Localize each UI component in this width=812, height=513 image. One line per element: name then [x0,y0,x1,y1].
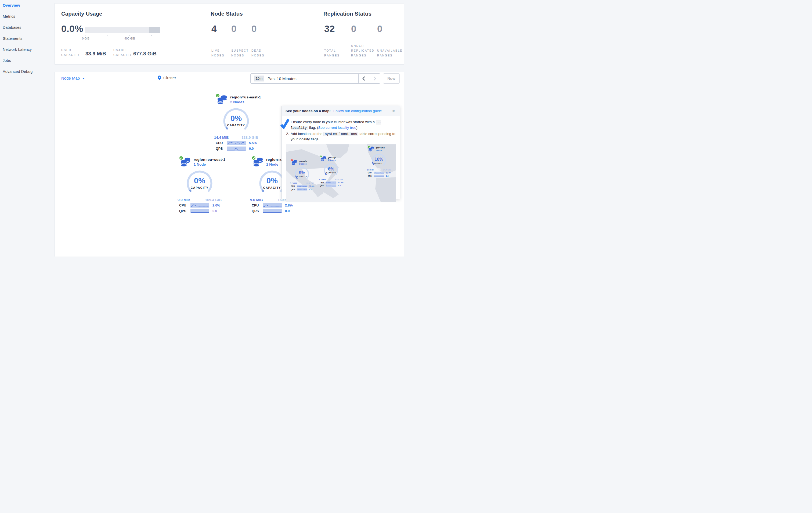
node-count-link[interactable]: 1 Node [194,162,225,166]
gauge-percent: 10% [371,157,386,162]
sidebar-item-jobs[interactable]: Jobs [0,55,54,66]
node-map-setup-popup: See your nodes on a map! Follow our conf… [282,106,400,199]
unavailable-count: 0 [377,23,382,34]
used-capacity-label: USEDCAPACITY [61,48,80,57]
node-total-capacity: 35.1 GiB [306,182,314,184]
cluster-summary-card: Capacity Usage 0.0% 0 GiB 400 GiB USEDCA… [55,3,404,64]
cpu-value: 5.5% [249,141,257,145]
sidebar-item-network-latency[interactable]: Network Latency [0,44,54,55]
capacity-gauge: 0% CAPACITY [185,169,213,197]
now-button[interactable]: Now [383,73,400,84]
live-nodes-count: 4 [211,23,217,34]
cpu-sparkline [297,185,308,187]
node-group-us-east-1[interactable]: region=us-east-1 2 Nodes 0% CAPACITY 14.… [212,95,260,151]
under-replicated-count: 0 [351,23,356,34]
capacity-usage-title: Capacity Usage [61,10,102,17]
node-count-label: 1 Node [376,149,385,151]
database-icon [253,158,263,167]
node-region-label: region=eu-west-1 [194,158,225,162]
capacity-gauge: 10% CAPACITY [371,153,386,168]
node-count-link[interactable]: 2 Nodes [230,100,261,104]
node-healthy-icon [215,93,220,98]
gauge-capacity-label: CAPACITY [294,176,310,178]
view-selector-dropdown[interactable]: Node Map [61,76,85,80]
prev-time-window-button[interactable] [358,74,369,83]
capacity-tick-400: 400 GiB [124,37,135,40]
replication-status-title: Replication Status [323,10,372,17]
next-time-window-button[interactable] [369,74,380,83]
cpu-value: 11.0% [309,185,314,187]
gauge-percent: 9% [294,170,310,175]
qps-value: 4.7 [309,188,312,190]
unavailable-label: UNAVAILABLERANGES [377,48,402,58]
toolbar-divider [245,72,245,85]
dead-nodes-label: DEADNODES [252,48,264,58]
qps-label: QPS [252,209,261,213]
close-icon[interactable]: ✕ [391,108,396,114]
system-locations-code: system.locations [323,132,358,136]
chevron-left-icon [362,76,365,81]
cpu-label: CPU [216,141,225,145]
qps-label: QPS [320,184,325,187]
setup-step-2: 2. Add locations to the system.locations… [286,131,396,142]
sidebar-item-databases[interactable]: Databases [0,22,54,33]
caret-down-icon [82,78,85,79]
node-region-label: geo=nyc [328,156,336,158]
cpu-label: CPU [291,185,296,187]
qps-sparkline [227,146,246,151]
cpu-sparkline [374,171,384,174]
cpu-value: 12.3% [386,172,391,174]
node-map-canvas: region=us-east-1 2 Nodes 0% CAPACITY 14.… [55,85,404,256]
under-replicated-label: UNDER-REPLICATEDRANGES [351,43,374,58]
gauge-capacity-label: CAPACITY [371,162,386,164]
qps-label: QPS [179,209,188,213]
node-used-capacity: 9.6 MiB [250,198,263,202]
node-count-label: 2 Nodes [328,159,336,161]
node-status-title: Node Status [211,10,243,17]
qps-value: 0.0 [386,175,389,177]
capacity-bar-reserved-segment [149,27,160,33]
locality-tree-link[interactable]: See current locality tree [318,126,356,130]
qps-sparkline [374,175,384,177]
sidebar-item-statements[interactable]: Statements [0,33,54,44]
qps-value: 0.0 [249,147,254,151]
node-total-capacity: 65.7 GiB [335,178,343,181]
sidebar-item-overview[interactable]: Overview [0,0,54,11]
sidebar-item-metrics[interactable]: Metrics [0,11,54,22]
time-range-value: Past 10 Minutes [267,76,358,81]
capacity-gauge: 6% CAPACITY [323,163,339,178]
time-window-nav [358,73,380,84]
map-pin-icon [158,76,161,80]
gauge-percent: 0% [185,177,213,185]
node-used-capacity: 3.2 GiB [290,182,297,184]
node-map-card: Node Map Cluster 10m Past 10 Minutes [55,72,404,256]
cpu-sparkline [191,203,209,208]
node-group-eu-west-1[interactable]: region=eu-west-1 1 Node 0% CAPACITY 9.9 … [175,158,224,213]
cpu-label: CPU [252,204,261,207]
node-used-capacity: 3.6 GiB [367,168,374,171]
cpu-label: CPU [179,204,188,207]
node-warning-icon: 1 [291,159,293,161]
qps-label: QPS [291,188,296,190]
qps-sparkline [326,184,337,187]
breadcrumb-label: Cluster [163,76,176,80]
popup-body: 1. Ensure every node in your cluster was… [282,116,400,201]
node-used-capacity: 9.9 MiB [178,198,190,202]
qps-sparkline [191,209,209,213]
cpu-value: 2.8% [285,204,293,207]
live-nodes-label: LIVENODES [211,48,224,58]
cpu-sparkline [227,141,246,145]
node-total-capacity: 169.4 GiB [205,198,222,202]
cpu-value: 2.6% [212,204,220,207]
node-used-capacity: 14.4 MiB [214,136,229,139]
sidebar-item-advanced-debug[interactable]: Advanced Debug [0,66,54,77]
node-healthy-icon [252,156,256,160]
suspect-nodes-label: SUSPECTNODES [231,48,249,58]
qps-sparkline [263,209,282,213]
node-region-label: geo=ams [376,146,385,149]
time-range-select[interactable]: 10m Past 10 Minutes [250,73,369,84]
cpu-sparkline [326,181,337,184]
breadcrumb[interactable]: Cluster [158,76,176,80]
configuration-guide-link[interactable]: Follow our configuration guide [334,109,388,113]
qps-value: 0.0 [285,209,290,213]
